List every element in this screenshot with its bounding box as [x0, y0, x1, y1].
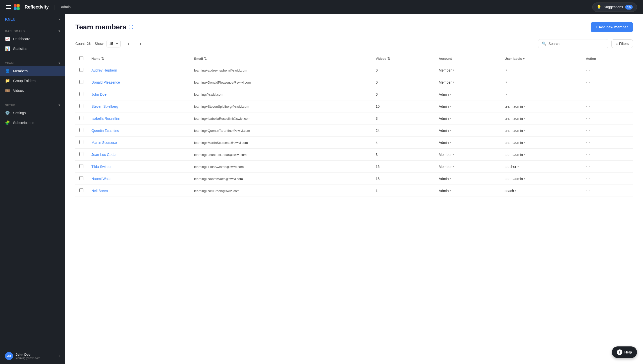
select-all-checkbox[interactable]: [79, 56, 83, 60]
add-new-member-button[interactable]: + Add new member: [591, 22, 633, 32]
row-account-cell: Member ▾: [435, 76, 501, 88]
sidebar-item-members[interactable]: 👤 Members: [0, 66, 65, 76]
row-checkbox[interactable]: [79, 80, 83, 84]
member-name-link[interactable]: John Doe: [91, 92, 106, 96]
member-account-type: Member: [439, 165, 452, 169]
account-dropdown-icon[interactable]: ▾: [450, 105, 451, 108]
row-labels-cell: team admin ▾: [501, 149, 582, 161]
member-name-link[interactable]: Martin Scorsese: [91, 141, 117, 145]
row-checkbox-cell: [75, 137, 87, 149]
sidebar-item-settings[interactable]: ⚙️ Settings: [0, 108, 65, 118]
member-name-link[interactable]: Neil Breen: [91, 189, 108, 193]
row-checkbox[interactable]: [79, 128, 83, 132]
action-menu-button[interactable]: ···: [586, 140, 591, 145]
label-dropdown-icon[interactable]: ▾: [524, 141, 525, 144]
account-dropdown-icon[interactable]: ▾: [453, 153, 454, 156]
row-checkbox[interactable]: [79, 140, 83, 144]
user-profile[interactable]: JD John Doe learning@swivl.com ›: [0, 348, 65, 364]
row-email-cell: learning+MartinScorsese@swivl.com: [190, 137, 372, 149]
search-input[interactable]: [549, 42, 605, 46]
section-collapse-icon[interactable]: ▾: [59, 29, 60, 33]
member-name-link[interactable]: Quentin Tarantino: [91, 129, 119, 133]
label-dropdown-icon[interactable]: ▾: [524, 177, 525, 180]
label-dropdown-icon[interactable]: ▾: [515, 189, 516, 192]
account-dropdown-icon[interactable]: ▾: [450, 141, 451, 144]
action-menu-button[interactable]: ···: [586, 189, 591, 193]
label-dropdown-icon[interactable]: ▾: [506, 69, 507, 72]
table-header-row: Name ⇅ Email ⇅ Videos ⇅: [75, 53, 633, 64]
row-checkbox[interactable]: [79, 92, 83, 96]
row-name-cell: Neil Breen: [87, 185, 190, 197]
help-button[interactable]: ? Help: [612, 346, 637, 358]
action-menu-button[interactable]: ···: [586, 176, 591, 181]
section-collapse-icon[interactable]: ▾: [59, 103, 60, 107]
account-dropdown-icon[interactable]: ▾: [453, 69, 454, 72]
filters-button[interactable]: ≡ Filters: [611, 39, 633, 48]
next-page-button[interactable]: ›: [137, 40, 145, 48]
hamburger-menu[interactable]: [6, 5, 11, 9]
action-menu-button[interactable]: ···: [586, 128, 591, 133]
section-collapse-icon[interactable]: ▾: [59, 62, 60, 65]
label-dropdown-icon[interactable]: ▾: [524, 153, 525, 156]
label-dropdown-icon[interactable]: ▾: [517, 165, 519, 168]
row-labels-cell: team admin ▾: [501, 112, 582, 125]
account-dropdown-icon[interactable]: ▾: [450, 177, 451, 180]
sidebar-item-statistics[interactable]: 📊 Statistics: [0, 44, 65, 53]
member-name-link[interactable]: Isabella Rossellini: [91, 116, 120, 120]
sidebar-item-dashboard[interactable]: 📈 Dashboard: [0, 34, 65, 44]
row-checkbox[interactable]: [79, 116, 83, 120]
row-checkbox[interactable]: [79, 164, 83, 168]
show-select[interactable]: 10 15 25 50: [106, 40, 121, 47]
videos-col-header[interactable]: Videos ⇅: [372, 53, 435, 64]
prev-page-button[interactable]: ‹: [125, 40, 133, 48]
subscriptions-icon: 🧩: [5, 120, 10, 125]
row-labels-cell: team admin ▾: [501, 100, 582, 112]
account-dropdown-icon[interactable]: ▾: [453, 81, 454, 84]
suggestions-button[interactable]: 💡 Suggestions 16: [592, 3, 637, 12]
label-dropdown-icon[interactable]: ▾: [506, 93, 507, 96]
label-dropdown-icon[interactable]: ▾: [524, 129, 525, 132]
member-name-link[interactable]: Audrey Hepbern: [91, 68, 117, 72]
action-menu-button[interactable]: ···: [586, 68, 591, 72]
row-name-cell: Steven Spielberg: [87, 100, 190, 112]
member-name-link[interactable]: Tilda Swinton: [91, 165, 113, 169]
action-menu-button[interactable]: ···: [586, 164, 591, 169]
action-menu-button[interactable]: ···: [586, 104, 591, 108]
search-filter-wrap: 🔍 ≡ Filters: [538, 39, 633, 48]
filter-label: Filters: [619, 42, 629, 46]
row-checkbox[interactable]: [79, 188, 83, 192]
row-action-cell: ···: [582, 173, 633, 185]
member-name-link[interactable]: Donald Pleasence: [91, 80, 120, 84]
row-checkbox[interactable]: [79, 152, 83, 156]
row-videos-cell: 6: [372, 88, 435, 100]
label-dropdown-icon[interactable]: ▾: [524, 105, 525, 108]
email-col-header[interactable]: Email ⇅: [190, 53, 372, 64]
action-menu-button[interactable]: ···: [586, 116, 591, 120]
row-videos-cell: 3: [372, 112, 435, 125]
sidebar-item-group-folders[interactable]: 📁 Group Folders: [0, 76, 65, 86]
member-name-link[interactable]: Steven Spielberg: [91, 104, 118, 108]
account-dropdown-icon[interactable]: ▾: [450, 93, 451, 96]
table-row: Martin Scorsese learning+MartinScorsese@…: [75, 137, 633, 149]
row-checkbox[interactable]: [79, 104, 83, 108]
account-dropdown-icon[interactable]: ▾: [450, 129, 451, 132]
sidebar-item-subscriptions[interactable]: 🧩 Subscriptions: [0, 118, 65, 128]
member-videos: 24: [376, 129, 380, 133]
member-name-link[interactable]: Naomi Watts: [91, 177, 112, 181]
video-icon: 🎞️: [5, 88, 10, 93]
action-menu-button[interactable]: ···: [586, 152, 591, 157]
label-dropdown-icon[interactable]: ▾: [506, 81, 507, 84]
info-icon[interactable]: ⓘ: [129, 24, 133, 30]
row-checkbox[interactable]: [79, 176, 83, 180]
account-dropdown-icon[interactable]: ▾: [450, 117, 451, 120]
page-title-area: Team members ⓘ: [75, 23, 133, 31]
org-selector[interactable]: KNLU ▾: [0, 14, 65, 24]
row-checkbox[interactable]: [79, 68, 83, 72]
account-dropdown-icon[interactable]: ▾: [453, 165, 454, 168]
label-dropdown-icon[interactable]: ▾: [524, 117, 525, 120]
account-dropdown-icon[interactable]: ▾: [450, 189, 451, 192]
action-menu-button[interactable]: ···: [586, 80, 591, 84]
name-col-header[interactable]: Name ⇅: [87, 53, 190, 64]
sidebar-item-videos[interactable]: 🎞️ Videos: [0, 86, 65, 95]
member-name-link[interactable]: Jean-Luc Godar: [91, 153, 117, 157]
